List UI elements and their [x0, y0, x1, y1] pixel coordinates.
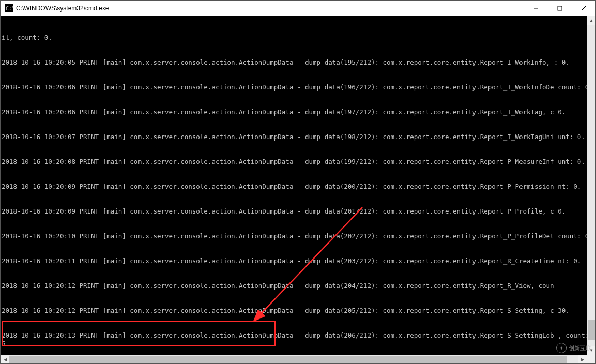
- vertical-scrollbar[interactable]: ▲ ▼: [587, 16, 595, 355]
- log-line: 2018-10-16 10:20:11 PRINT [main] com.x.s…: [2, 257, 593, 265]
- annotation-highlight-box: [2, 321, 276, 346]
- hscroll-track[interactable]: [9, 355, 578, 363]
- vscroll-track[interactable]: [587, 25, 595, 346]
- terminal-output[interactable]: il, count: 0. 2018-10-16 10:20:05 PRINT …: [1, 16, 595, 363]
- log-line: 2018-10-16 10:20:05 PRINT [main] com.x.s…: [2, 58, 593, 67]
- titlebar[interactable]: C:\ C:\WINDOWS\system32\cmd.exe: [1, 1, 595, 16]
- log-line: il, count: 0.: [2, 34, 593, 42]
- log-line: 2018-10-16 10:20:09 PRINT [main] com.x.s…: [2, 207, 593, 216]
- minimize-button[interactable]: [524, 1, 548, 16]
- scroll-left-arrow-icon[interactable]: ◀: [1, 355, 9, 363]
- watermark-logo-icon: ✦: [556, 343, 567, 353]
- horizontal-scrollbar[interactable]: ◀ ▶: [1, 355, 587, 363]
- close-button[interactable]: [572, 1, 595, 16]
- log-line: 2018-10-16 10:20:12 PRINT [main] com.x.s…: [2, 282, 593, 290]
- log-line: 2018-10-16 10:20:10 PRINT [main] com.x.s…: [2, 232, 593, 240]
- log-line: 2018-10-16 10:20:06 PRINT [main] com.x.s…: [2, 108, 593, 116]
- watermark: ✦ 创新互联: [556, 343, 591, 353]
- svg-text:C:\: C:\: [6, 6, 13, 11]
- window-title: C:\WINDOWS\system32\cmd.exe: [16, 5, 109, 12]
- maximize-button[interactable]: [548, 1, 572, 16]
- cmd-icon: C:\: [5, 4, 13, 12]
- cmd-window: C:\ C:\WINDOWS\system32\cmd.exe il, coun…: [0, 0, 596, 364]
- log-line: 2018-10-16 10:20:09 PRINT [main] com.x.s…: [2, 183, 593, 191]
- log-line: 2018-10-16 10:20:06 PRINT [main] com.x.s…: [2, 83, 593, 92]
- log-line: 2018-10-16 10:20:12 PRINT [main] com.x.s…: [2, 307, 593, 315]
- svg-rect-3: [558, 6, 562, 10]
- watermark-text: 创新互联: [569, 344, 591, 352]
- scroll-right-arrow-icon[interactable]: ▶: [578, 355, 587, 363]
- scroll-up-arrow-icon[interactable]: ▲: [587, 16, 595, 25]
- scroll-corner: [587, 355, 595, 363]
- vscroll-thumb[interactable]: [588, 320, 595, 339]
- log-line: 2018-10-16 10:20:08 PRINT [main] com.x.s…: [2, 158, 593, 166]
- log-line: 2018-10-16 10:20:07 PRINT [main] com.x.s…: [2, 133, 593, 141]
- hscroll-thumb[interactable]: [9, 356, 567, 363]
